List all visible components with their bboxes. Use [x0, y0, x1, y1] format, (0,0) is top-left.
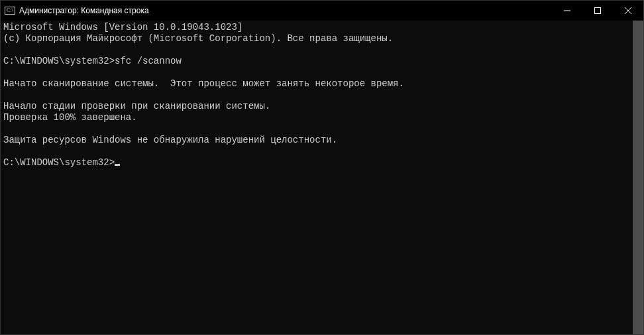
maximize-button[interactable]	[582, 1, 613, 21]
terminal-line: Microsoft Windows [Version 10.0.19043.10…	[3, 22, 630, 33]
terminal-output[interactable]: Microsoft Windows [Version 10.0.19043.10…	[1, 21, 633, 334]
terminal-line	[3, 90, 630, 101]
scrollbar-thumb[interactable]	[633, 21, 643, 334]
terminal-line: Защита ресурсов Windows не обнаружила на…	[3, 135, 630, 146]
cursor	[115, 164, 120, 166]
terminal-line	[3, 146, 630, 157]
window-title: Администратор: Командная строка	[19, 6, 149, 15]
svg-text:C:\: C:\	[7, 7, 14, 13]
minimize-button[interactable]	[552, 1, 582, 21]
terminal-line	[3, 123, 630, 135]
window-controls	[552, 1, 643, 21]
terminal-line: Начало стадии проверки при сканировании …	[3, 101, 630, 112]
close-button[interactable]	[613, 1, 643, 21]
svg-rect-3	[595, 8, 601, 14]
terminal-line: Проверка 100% завершена.	[3, 112, 630, 123]
titlebar-left: C:\ Администратор: Командная строка	[1, 5, 149, 16]
terminal-line: C:\WINDOWS\system32>	[3, 157, 630, 168]
vertical-scrollbar[interactable]	[633, 21, 643, 334]
cmd-icon: C:\	[5, 5, 15, 16]
content-area: Microsoft Windows [Version 10.0.19043.10…	[1, 21, 643, 334]
titlebar[interactable]: C:\ Администратор: Командная строка	[1, 1, 643, 21]
terminal-line: (c) Корпорация Майкрософт (Microsoft Cor…	[3, 33, 630, 44]
terminal-line	[3, 67, 630, 78]
terminal-line	[3, 44, 630, 56]
terminal-line: Начато сканирование системы. Этот процес…	[3, 78, 630, 90]
command-prompt-window: C:\ Администратор: Командная строка Micr…	[0, 0, 644, 335]
terminal-line: C:\WINDOWS\system32>sfc /scannow	[3, 56, 630, 67]
